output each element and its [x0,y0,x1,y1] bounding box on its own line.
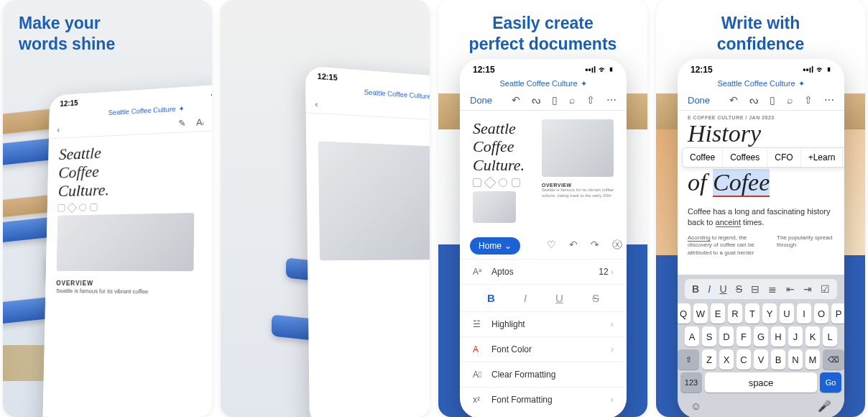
done-button[interactable]: Done [470,95,492,106]
clearfmt-row[interactable]: A⃠Clear Formatting [460,362,627,387]
key-k[interactable]: K [805,326,820,347]
headline-line: confidence [717,35,804,53]
key-q[interactable]: Q [678,303,691,324]
fontcolor-icon: A [473,344,484,354]
suggestion[interactable]: Coffees [723,148,767,167]
italic-button[interactable]: I [524,292,527,304]
redo-icon[interactable]: ↷ [591,239,599,252]
key-d[interactable]: D [719,326,734,347]
kb-list-icon[interactable]: ⊟ [751,283,760,295]
key-u[interactable]: U [780,303,794,324]
bulb-icon[interactable]: ♡ [547,239,556,252]
fontfmt-row[interactable]: x²Font Formatting› [460,387,627,412]
highlight-icon: ☱ [473,319,484,329]
key-l[interactable]: L [823,326,837,347]
headline-line: Make your [19,14,101,32]
undo-icon[interactable]: ↶ [729,94,738,106]
key-m[interactable]: M [805,349,820,370]
key-r[interactable]: R [728,303,742,324]
close-icon[interactable]: ⓧ [612,239,622,252]
key-z[interactable]: Z [702,349,716,370]
chevron-right-icon[interactable]: › [843,148,844,167]
key-h[interactable]: H [771,326,785,347]
mobile-icon[interactable]: ▯ [552,94,558,106]
key-w[interactable]: W [693,303,708,324]
share-icon[interactable]: ⇧ [586,94,595,106]
key-v[interactable]: V [754,349,768,370]
more-icon[interactable]: ⋯ [606,94,617,106]
num-key[interactable]: 123 [680,372,702,393]
screenshot-card-3: Easily create perfect documents 12:15••ı… [438,0,647,417]
key-g[interactable]: G [754,326,768,347]
mic-icon[interactable]: 🎤 [818,400,831,413]
overview-label: OVERVIEW [542,183,614,188]
home-dropdown[interactable]: Home⌄ [470,237,520,255]
suggestion[interactable]: Coffee [683,148,723,167]
key-e[interactable]: E [711,303,725,324]
key-a[interactable]: A [685,326,699,347]
error-word: Acording [688,234,711,242]
overview-label: OVERVIEW [56,280,212,288]
kb-task-icon[interactable]: ☑ [821,283,830,295]
kb-bullet-icon[interactable]: ≣ [768,283,777,295]
sparkle-icon[interactable]: ᔓ [532,94,540,106]
key-p[interactable]: P [831,303,844,324]
kb-row-1: QWERTYUIOP [680,303,841,324]
undo-icon[interactable]: ↶ [512,94,520,106]
backspace-key[interactable]: ⌫ [823,349,844,370]
key-j[interactable]: J [788,326,803,347]
kb-outdent-icon[interactable]: ⇤ [786,283,795,295]
key-t[interactable]: T [745,303,760,324]
undo-icon[interactable]: ↶ [569,239,578,252]
back-icon[interactable]: ‹ [57,125,60,134]
key-s[interactable]: S [702,326,716,347]
shape-picker[interactable] [57,200,212,211]
key-b[interactable]: B [771,349,785,370]
fontcolor-row[interactable]: AFont Color› [460,336,627,362]
underline-button[interactable]: U [555,292,563,304]
back-icon[interactable]: ‹ [315,98,318,109]
key-c[interactable]: C [737,349,751,370]
key-y[interactable]: Y [762,303,777,324]
font-row[interactable]: AᵃAptos12 › [460,259,627,284]
overview-text: Seattle is famous for its vibrant coffee… [542,188,614,199]
pencil-icon[interactable]: ✎ [178,118,186,129]
share-icon[interactable]: ⇧ [804,94,813,106]
key-f[interactable]: F [737,326,751,347]
time: 12:15 [473,65,495,75]
more-icon[interactable]: ⋯ [824,94,834,106]
space-key[interactable]: space [705,372,817,393]
chevron-right-icon: › [611,319,614,329]
shape-picker[interactable] [473,178,535,187]
doc-title: Seattle Coffee Culture✦ [678,78,844,90]
key-n[interactable]: N [788,349,803,370]
highlight-row[interactable]: ☱Highlight› [460,311,627,336]
mobile-icon[interactable]: ▯ [770,94,775,106]
suggestion[interactable]: CFO [767,148,800,167]
image-placeholder [473,191,516,223]
style-icon[interactable]: Aᵢ [196,117,204,128]
bold-button[interactable]: B [487,292,495,304]
phone-mockup: 12:15••ıl ᯤ ▮ Seattle Coffee Culture✦ Do… [460,59,627,417]
go-key[interactable]: Go [820,372,841,393]
key-i[interactable]: I [797,303,811,324]
doc-title: Seattle Coffee Culture✦ [460,78,627,90]
kb-italic[interactable]: I [708,283,711,295]
kb-indent-icon[interactable]: ⇥ [803,283,812,295]
kb-strike[interactable]: S [736,283,742,295]
emoji-icon[interactable]: ☺ [691,400,701,413]
kb-underline[interactable]: U [719,283,726,295]
paragraph-small: Acording to legend, the discovery of cof… [688,234,834,257]
key-x[interactable]: X [719,349,734,370]
suggestion-learn[interactable]: +Learn [801,148,844,167]
search-icon[interactable]: ⌕ [787,94,793,106]
overview-text: Seattle is famous for its vibrant coffee [56,288,212,295]
shift-key[interactable]: ⇧ [678,349,699,370]
search-icon[interactable]: ⌕ [569,94,575,106]
sparkle-icon[interactable]: ᔓ [749,94,758,106]
key-o[interactable]: O [814,303,828,324]
kb-bold[interactable]: B [692,283,699,295]
status-icons: ••ıl ᯤ ▮ [803,65,831,75]
strike-button[interactable]: S [592,292,599,304]
done-button[interactable]: Done [688,95,710,106]
